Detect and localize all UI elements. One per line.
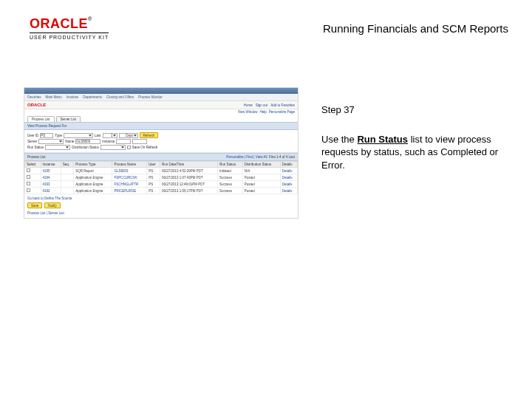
col-ptype: Process Type (74, 162, 112, 168)
notify-button[interactable]: Notify (44, 202, 61, 208)
col-instance: Instance (41, 162, 61, 168)
step-label: Step 37 (321, 103, 510, 117)
refresh-button[interactable]: Refresh (140, 132, 159, 138)
cell-details[interactable]: Details (280, 174, 297, 181)
save-button[interactable]: Save (27, 202, 42, 208)
cell-details[interactable]: Details (280, 181, 297, 188)
cell-ptype: SQR Report (74, 168, 112, 174)
type-select[interactable] (64, 133, 93, 138)
row-checkbox[interactable] (27, 168, 30, 172)
page-title: Running Financials and SCM Reports (323, 22, 508, 35)
table-row: 4195SQR ReportGLS8003PS06/27/2013 4:52:2… (25, 168, 298, 174)
cell-rstat: Initiated (218, 168, 243, 174)
chevron-down-icon (134, 134, 137, 137)
instruction-text: Use the Run Status list to view process … (321, 133, 510, 172)
type-label: Type (55, 134, 62, 137)
crumb[interactable]: Closing and Offers (106, 95, 134, 99)
col-dstat: Distribution Status (242, 162, 280, 168)
table-row: 4193Application EngineFSCHNGLATTRPS06/27… (25, 181, 298, 188)
cell-pname[interactable]: GLS8003 (112, 168, 147, 174)
cell-pname[interactable]: FSCHNGLATTR (112, 181, 147, 188)
footer-tabs[interactable]: Process List | Server List (24, 211, 298, 218)
table-row: 4192Application EnginePRICEPURGEPS06/27/… (25, 188, 298, 194)
crumb[interactable]: Process Monitor (138, 95, 163, 99)
row-checkbox[interactable] (27, 188, 30, 192)
cell-select[interactable] (25, 174, 41, 181)
run-status-label: Run Status (27, 146, 44, 149)
breadcrumb: Favorites Main Menu Invoices Departments… (24, 94, 298, 100)
cell-user: PS (147, 168, 160, 174)
cell-dstat: Posted (242, 188, 280, 194)
cell-instance[interactable]: 4192 (41, 188, 61, 194)
cell-instance[interactable]: 4195 (41, 168, 61, 174)
chevron-down-icon (121, 146, 124, 149)
chevron-down-icon (113, 134, 116, 137)
app-header: ORACLE Home Sign out Add to Favorites (24, 100, 298, 109)
cell-seq (61, 188, 74, 194)
col-rstat: Run Status (218, 162, 243, 168)
crumb[interactable]: Main Menu (46, 95, 62, 99)
crumb[interactable]: Departments (83, 95, 102, 99)
cell-user: PS (147, 181, 160, 188)
grid-header-bar: Process List Personalize | Find | View A… (24, 153, 298, 161)
filter-form: User ID PS Type Last 1 Days Refresh Serv… (24, 130, 298, 153)
instance-from-field[interactable] (116, 139, 131, 144)
new-window-link[interactable]: New Window (238, 110, 257, 114)
name-field[interactable]: GLS8003 (75, 139, 100, 144)
cell-seq (61, 168, 74, 174)
crumb[interactable]: Invoices (66, 95, 79, 99)
row-checkbox[interactable] (27, 175, 30, 179)
col-det: Details (280, 162, 297, 168)
cell-details[interactable]: Details (280, 188, 297, 194)
tab-server-list[interactable]: Server List (56, 116, 81, 122)
save-on-refresh-checkbox[interactable] (127, 146, 131, 149)
cell-dstat: N/A (242, 168, 280, 174)
user-id-field[interactable]: PS (40, 133, 53, 138)
chevron-down-icon (66, 146, 69, 149)
last-label: Last (95, 134, 101, 137)
chevron-down-icon (59, 140, 62, 143)
app-brand: ORACLE (27, 103, 46, 107)
cell-instance[interactable]: 4193 (41, 181, 61, 188)
chevron-down-icon (89, 134, 92, 137)
personalize-link[interactable]: Personalize Page (269, 110, 295, 114)
instance-to-field[interactable] (132, 139, 147, 144)
tabstrip: Process List Server List (24, 115, 298, 122)
col-pname: Process Name (112, 162, 147, 168)
col-dt: Run Date/Time (160, 162, 218, 168)
instr-bold: Run Status (357, 134, 408, 145)
last-count-select[interactable]: 1 (103, 133, 117, 138)
cell-select[interactable] (25, 168, 41, 174)
save-on-refresh-label: Save On Refresh (132, 146, 158, 149)
server-select[interactable] (38, 139, 64, 144)
cell-dstat: Posted (242, 181, 280, 188)
cell-dstat: Posted (242, 174, 280, 181)
grid-title: Process List (27, 155, 46, 159)
brand-logo: ORACLE® USER PRODUCTIVITY KIT (30, 16, 109, 40)
cell-ptype: Application Engine (74, 174, 112, 181)
header-links: Home Sign out Add to Favorites (244, 103, 295, 107)
cell-select[interactable] (25, 181, 41, 188)
home-link[interactable]: Home (244, 103, 253, 107)
cell-rstat: Success (218, 174, 243, 181)
cell-select[interactable] (25, 188, 41, 194)
cell-pname[interactable]: FSPCCURCNV (112, 174, 147, 181)
row-checkbox[interactable] (27, 182, 30, 185)
signout-link[interactable]: Sign out (256, 103, 268, 107)
cell-instance[interactable]: 4194 (41, 174, 61, 181)
tab-process-list[interactable]: Process List (27, 116, 55, 122)
back-link[interactable]: Go back to Define The Source (24, 194, 298, 202)
last-unit-select[interactable]: Days (119, 133, 138, 138)
section-header: View Process Request For (24, 122, 298, 130)
grid-tools[interactable]: Personalize | Find | View All (226, 155, 267, 159)
fav-link[interactable]: Add to Favorites (270, 103, 295, 107)
dist-status-select[interactable] (100, 145, 126, 150)
help-link[interactable]: Help (259, 110, 266, 114)
cell-dt: 06/27/2013 1:07:43PM PDT (160, 174, 218, 181)
crumb[interactable]: Favorites (27, 95, 41, 99)
cell-pname[interactable]: PRICEPURGE (112, 188, 147, 194)
run-status-select[interactable] (45, 145, 70, 150)
server-label: Server (27, 140, 37, 143)
cell-details[interactable]: Details (280, 168, 297, 174)
col-select: Select (25, 162, 41, 168)
